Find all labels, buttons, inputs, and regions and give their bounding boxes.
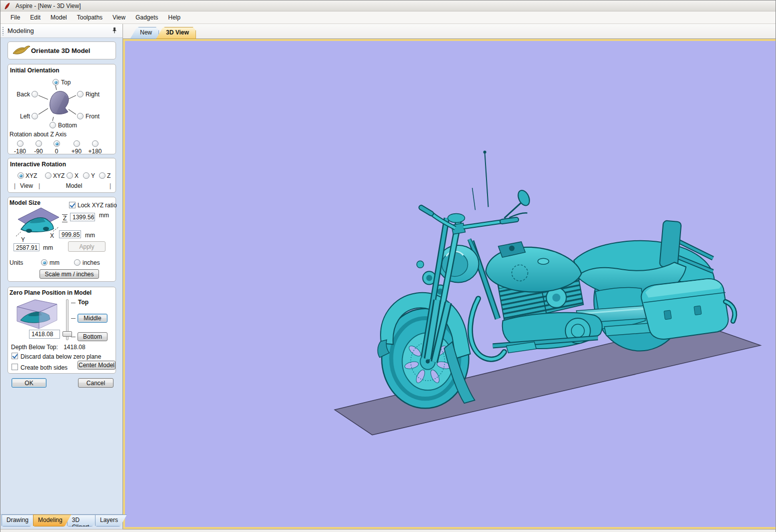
- discard-below-label: Discard data below zero plane: [20, 353, 101, 360]
- panel-body: Orientate 3D Model Initial Orientation: [0, 38, 122, 514]
- radio-xyz-view[interactable]: [18, 172, 24, 179]
- radio-back[interactable]: [32, 91, 38, 97]
- rot-label-plus90: +90: [66, 148, 86, 155]
- menu-gadgets[interactable]: Gadgets: [130, 12, 163, 22]
- radio-y-label: Y: [91, 172, 95, 179]
- radio-back-label: Back: [11, 91, 30, 98]
- main-area: New 3D View: [123, 24, 776, 529]
- app-icon: [4, 2, 10, 10]
- tab-drawing-label: Drawing: [6, 517, 28, 524]
- radio-right[interactable]: [77, 91, 84, 97]
- 3d-viewport[interactable]: [123, 39, 776, 529]
- tab-drawing[interactable]: Drawing: [2, 515, 38, 527]
- turn-signal: [416, 261, 424, 268]
- menu-toolpaths[interactable]: Toolpaths: [72, 12, 108, 22]
- bottom-button[interactable]: Bottom: [78, 332, 108, 341]
- zero-plane-slider-thumb[interactable]: [62, 331, 72, 337]
- radio-units-mm[interactable]: [41, 259, 48, 266]
- tab-modeling[interactable]: Modeling: [33, 515, 72, 527]
- radio-z-label: Z: [107, 172, 110, 179]
- separator: |: [110, 182, 111, 189]
- lock-xyz-label: Lock XYZ ratio: [78, 202, 117, 209]
- radio-z[interactable]: [99, 172, 106, 179]
- radio-xyz-model[interactable]: [45, 172, 52, 179]
- tab-layers[interactable]: Layers: [95, 515, 127, 527]
- radio-rot-plus90[interactable]: [74, 140, 80, 147]
- pin-icon[interactable]: [112, 27, 118, 34]
- z-unit-label: mm: [99, 212, 109, 219]
- tick-middle: [71, 318, 76, 319]
- tick-top: [71, 303, 76, 303]
- center-model-button[interactable]: Center Model: [78, 361, 116, 370]
- car-zero-plane-image: [14, 298, 59, 332]
- apply-button[interactable]: Apply: [68, 241, 106, 252]
- model-size-box: Model Size Lock XYZ ratio Z 1399.56 mm: [8, 197, 116, 282]
- y-unit-label: mm: [43, 244, 53, 251]
- rot-label-minus180: -180: [10, 148, 30, 155]
- radio-bottom[interactable]: [50, 122, 56, 128]
- initial-orientation-box: Initial Orientation: [8, 64, 116, 154]
- fuel-tank: [486, 247, 582, 292]
- z-size-input[interactable]: 1399.56: [70, 213, 95, 221]
- motorcycle-3d-model: [125, 41, 776, 527]
- triple-clamp: [448, 213, 464, 222]
- radio-rot-minus90[interactable]: [36, 140, 42, 147]
- panel-drag-grip[interactable]: [2, 26, 4, 35]
- panel-title: Modeling: [8, 27, 34, 34]
- tab-3d-clipart-label: 3D Clipart: [72, 517, 90, 531]
- scale-mm-inches-button[interactable]: Scale mm / inches: [40, 269, 99, 279]
- radio-top[interactable]: [52, 79, 59, 85]
- zero-plane-box: Zero Plane Position in Model 1418.08 Top: [8, 287, 116, 374]
- middle-button[interactable]: Middle: [78, 314, 108, 323]
- radio-front[interactable]: [77, 113, 84, 119]
- radio-x[interactable]: [66, 172, 73, 179]
- radio-rot-0[interactable]: [54, 140, 60, 147]
- menu-help[interactable]: Help: [163, 12, 186, 22]
- modeling-panel: Modeling Orientate 3D Model In: [0, 24, 123, 529]
- eagle-icon: [12, 45, 31, 57]
- x-unit-label: mm: [85, 232, 95, 239]
- interactive-rotation-title: Interactive Rotation: [10, 161, 66, 168]
- radio-units-inches[interactable]: [74, 259, 80, 266]
- tool-header-box: Orientate 3D Model: [8, 41, 116, 59]
- tab-new-label: New: [140, 29, 152, 36]
- right-grip: [502, 220, 516, 222]
- menu-model[interactable]: Model: [46, 12, 72, 22]
- tab-3d-clipart[interactable]: 3D Clipart: [67, 515, 100, 527]
- antenna: [485, 153, 488, 207]
- zero-plane-value-input[interactable]: 1418.08: [29, 330, 60, 339]
- rot-label-plus180: +180: [85, 148, 105, 155]
- menu-edit[interactable]: Edit: [25, 12, 46, 22]
- radio-rot-minus180[interactable]: [17, 140, 24, 147]
- tool-title: Orientate 3D Model: [31, 47, 90, 54]
- radio-left[interactable]: [32, 113, 38, 119]
- backrest-plate: [660, 220, 682, 268]
- tab-layers-label: Layers: [100, 517, 118, 524]
- radio-y[interactable]: [83, 172, 90, 179]
- zero-top-label: Top: [78, 299, 88, 306]
- menu-view[interactable]: View: [108, 12, 130, 22]
- model-scope-label: Model: [38, 182, 110, 189]
- radio-rot-plus180[interactable]: [92, 140, 98, 147]
- discard-below-checkbox[interactable]: [12, 353, 18, 359]
- view-tab-bar: New 3D View: [123, 24, 776, 39]
- radio-xyz-model-label: XYZ: [53, 172, 64, 179]
- cancel-button[interactable]: Cancel: [78, 378, 114, 388]
- title-bar: Aspire - [New - 3D View]: [0, 0, 776, 11]
- status-strip: [0, 529, 776, 532]
- zero-plane-title: Zero Plane Position in Model: [10, 289, 92, 296]
- menu-file[interactable]: File: [6, 12, 25, 22]
- tab-3d-view[interactable]: 3D View: [156, 27, 196, 39]
- tab-new[interactable]: New: [130, 27, 159, 39]
- window-title: Aspire - [New - 3D View]: [16, 2, 80, 9]
- ok-button[interactable]: OK: [12, 378, 46, 388]
- crash-bar: [470, 299, 504, 360]
- y-dimension-mark: Y: [21, 236, 25, 243]
- lock-xyz-checkbox[interactable]: [69, 202, 76, 208]
- rot-label-0: 0: [46, 148, 66, 155]
- create-both-sides-checkbox[interactable]: [12, 364, 18, 370]
- units-label: Units: [10, 259, 23, 266]
- radio-x-label: X: [74, 172, 78, 179]
- x-size-input[interactable]: 999.85: [59, 230, 81, 238]
- y-size-input[interactable]: 2587.91: [14, 243, 40, 251]
